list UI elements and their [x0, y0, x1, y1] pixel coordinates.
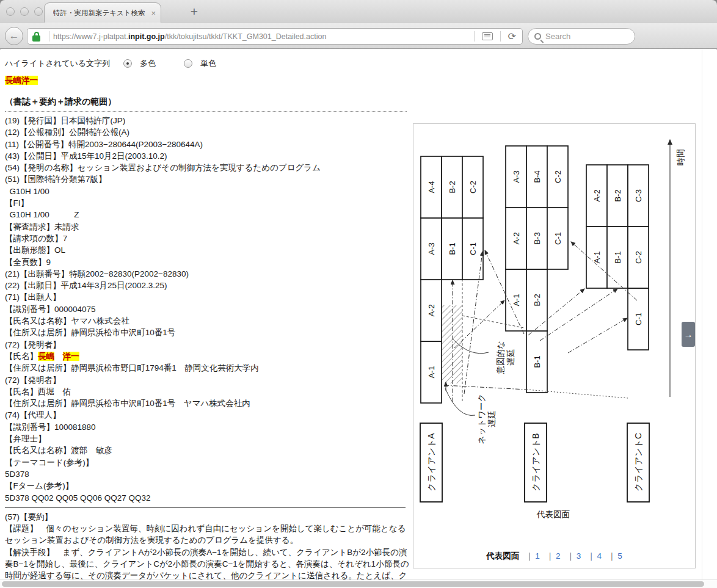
- figure-label: A-4: [427, 181, 436, 193]
- document-line: 【全頁数】9: [5, 256, 413, 268]
- document-line: G10H 1/00: [5, 186, 413, 197]
- figure-label: A-1: [427, 366, 436, 378]
- document-line: 【氏名】長嶋 洋一: [5, 350, 413, 362]
- radio-multicolor-label: 多色: [140, 58, 156, 69]
- figure-label: A-1: [592, 251, 602, 263]
- radio-monochrome-label: 単色: [200, 58, 216, 69]
- document-line: 【Fターム(参考)】: [5, 480, 413, 492]
- document-line: (57)【要約】: [5, 511, 414, 523]
- figure-label: B-2: [533, 294, 542, 306]
- document-line: 【識別番号】000004075: [5, 303, 413, 315]
- figure-label: B-2: [448, 181, 457, 193]
- svg-text:遅延: 遅延: [487, 411, 497, 427]
- document-line: (19)【発行国】日本国特許庁(JP): [5, 115, 413, 126]
- document-line: (12)【公報種別】公開特許公報(A): [5, 126, 413, 138]
- document-line: 【氏名又は名称】渡部 敏彦: [5, 445, 413, 456]
- figure-page-link-4[interactable]: 4: [597, 551, 602, 561]
- new-tab-button[interactable]: +: [186, 4, 202, 20]
- lock-icon: [32, 32, 40, 42]
- document-line: 【FI】: [5, 197, 413, 209]
- zoom-window-button[interactable]: [34, 7, 43, 16]
- bibliographic-data: (19)【発行国】日本国特許庁(JP)(12)【公報種別】公開特許公報(A)(1…: [5, 115, 413, 504]
- url-text: https://www7.j-platpat.inpit.go.jp/tkk/t…: [53, 32, 470, 41]
- document-line: 【請求項の数】7: [5, 233, 413, 244]
- minimize-window-button[interactable]: [20, 7, 29, 16]
- document-line: (54)【発明の名称】セッション装置およびその制御方法を実現するためのプログラム: [5, 162, 413, 173]
- document-line: 【テーマコード(参考)】: [5, 457, 413, 468]
- figure-label: B-1: [448, 242, 457, 255]
- page-content: ハイライトされている文字列 多色 単色 長嶋洋一 （書誌＋要約＋請求の範囲） A…: [0, 49, 717, 579]
- figure-label: A-3: [427, 242, 436, 255]
- figure-label: C-2: [553, 170, 562, 183]
- horizontal-scrollbar[interactable]: [0, 579, 717, 588]
- radio-multicolor[interactable]: [123, 59, 132, 68]
- document-line: 【審査請求】未請求: [5, 221, 413, 233]
- document-line: 【氏名又は名称】ヤマハ株式会社: [5, 315, 413, 327]
- document-line: 【住所又は居所】静岡県浜松市野口町1794番1 静岡文化芸術大学内: [5, 362, 413, 374]
- radio-monochrome[interactable]: [184, 59, 192, 68]
- document-line: (43)【公開日】平成15年10月2日(2003.10.2): [5, 150, 413, 162]
- next-figure-button[interactable]: →: [682, 322, 695, 347]
- browser-window: 特許・実用新案テキスト検索（詳細... × + ← https://www7.j…: [0, 0, 717, 588]
- reload-icon[interactable]: ⟳: [508, 32, 516, 42]
- figure-label: A-3: [512, 170, 521, 183]
- divider: [49, 31, 49, 42]
- figure-label: B-2: [613, 189, 622, 201]
- figure-pagination: 代表図面 ｜1｜2｜3｜4｜5: [413, 551, 695, 562]
- svg-text:ネットワーク: ネットワーク: [477, 394, 486, 445]
- svg-text:意図的な: 意図的な: [496, 341, 505, 374]
- divider: [702, 49, 702, 579]
- tab-close-icon[interactable]: ×: [151, 9, 156, 18]
- figure-label: 時間: [676, 150, 685, 166]
- reader-mode-icon[interactable]: [482, 32, 493, 40]
- scrollbar-thumb[interactable]: [2, 581, 704, 587]
- document-line: 5D378: [5, 468, 413, 480]
- figure-page-link-3[interactable]: 3: [577, 551, 581, 561]
- pagination-separator: ｜: [608, 551, 616, 561]
- window-controls: [6, 7, 43, 16]
- document-line: 【課題】 個々のセッション装置毎、時刻に囚われず自由にセッションを開始して楽しむ…: [5, 523, 414, 546]
- figure-label: B-4: [533, 170, 542, 183]
- document-line: (71)【出願人】: [5, 291, 413, 303]
- search-input[interactable]: Search: [528, 28, 635, 45]
- search-placeholder: Search: [545, 32, 570, 41]
- figure-page-link-2[interactable]: 2: [556, 551, 561, 561]
- figure-label: C-1: [468, 242, 478, 255]
- figure-page-link-5[interactable]: 5: [617, 551, 622, 561]
- highlight-label: ハイライトされている文字列: [5, 58, 110, 69]
- network-delay-label: ネットワーク遅延: [477, 394, 496, 445]
- figure-label: B-1: [613, 251, 622, 263]
- intentional-delay-label: 意図的な遅延: [496, 341, 515, 374]
- close-window-button[interactable]: [6, 7, 15, 16]
- figure-label: クライアントC: [633, 433, 643, 492]
- highlighted-search-term: 長嶋洋一: [5, 75, 38, 86]
- document-line: G10H 1/00 Z: [5, 209, 413, 220]
- document-line: (51)【国際特許分類第7版】: [5, 173, 413, 185]
- document-line: (22)【出願日】平成14年3月25日(2002.3.25): [5, 280, 413, 291]
- pagination-separator: ｜: [567, 551, 575, 561]
- document-line: 【識別番号】100081880: [5, 421, 413, 433]
- divider: [5, 507, 406, 508]
- document-line: (72)【発明者】: [5, 374, 413, 386]
- pagination-label: 代表図面: [486, 551, 519, 562]
- patent-figure: A-1A-2A-3A-4B-1B-2C-1C-2A-1A-2A-3B-1B-2B…: [413, 124, 696, 569]
- url-bar[interactable]: https://www7.j-platpat.inpit.go.jp/tkk/t…: [27, 28, 523, 45]
- figure-label: A-2: [592, 189, 602, 201]
- figure-label: C-3: [634, 189, 643, 202]
- tab-patent-search[interactable]: 特許・実用新案テキスト検索（詳細... ×: [44, 2, 161, 23]
- svg-text:遅延: 遅延: [506, 349, 515, 366]
- divider: [474, 31, 475, 42]
- figure-label: C-1: [553, 232, 562, 245]
- figure-label: A-2: [512, 232, 521, 244]
- back-button[interactable]: ←: [5, 27, 23, 45]
- figure-label: C-2: [468, 181, 478, 194]
- abstract-section: (57)【要約】【課題】 個々のセッション装置毎、時刻に囚われず自由にセッション…: [5, 511, 414, 579]
- section-heading: （書誌＋要約＋請求の範囲）: [5, 96, 717, 107]
- figure-caption: 代表図面: [536, 510, 570, 519]
- figure-page-link-1[interactable]: 1: [535, 551, 540, 561]
- figure-label: クライアントB: [531, 433, 540, 491]
- pagination-separator: ｜: [587, 551, 595, 561]
- tab-title: 特許・実用新案テキスト検索（詳細...: [53, 9, 147, 18]
- document-line: 【住所又は居所】静岡県浜松市中沢町10番1号 ヤマハ株式会社内: [5, 397, 413, 409]
- pagination-separator: ｜: [546, 551, 554, 561]
